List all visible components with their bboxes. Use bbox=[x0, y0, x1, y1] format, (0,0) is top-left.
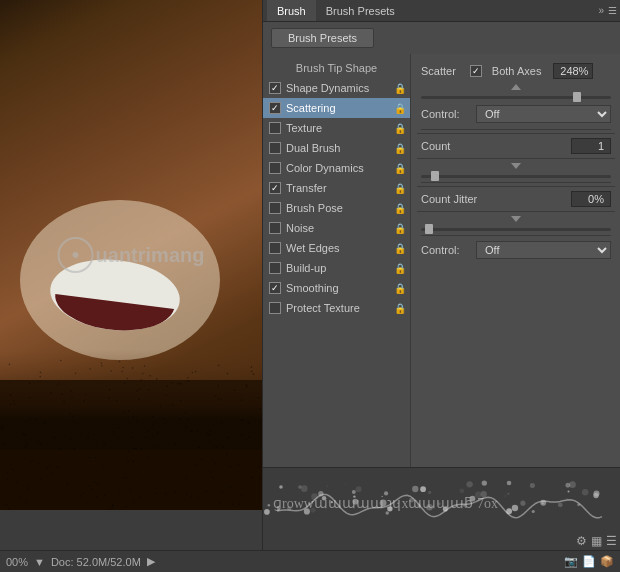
count-input[interactable] bbox=[571, 138, 611, 154]
lock-smoothing: 🔒 bbox=[394, 283, 406, 294]
label-wet-edges: Wet Edges bbox=[286, 242, 340, 254]
tab-expand-icon[interactable]: » bbox=[598, 5, 604, 16]
count-jitter-slider-thumb[interactable] bbox=[425, 224, 433, 234]
bottom-preview bbox=[263, 467, 620, 532]
checkbox-texture[interactable] bbox=[269, 122, 281, 134]
checkbox-brush-pose[interactable] bbox=[269, 202, 281, 214]
status-icon3: 📦 bbox=[600, 555, 614, 568]
label-transfer: Transfer bbox=[286, 182, 327, 194]
scatter-percent-input[interactable] bbox=[553, 63, 593, 79]
play-button[interactable]: ▶ bbox=[147, 555, 155, 568]
scatter-control-select[interactable]: Off bbox=[476, 105, 611, 123]
count-slider-down[interactable] bbox=[511, 163, 521, 169]
lock-noise: 🔒 bbox=[394, 223, 406, 234]
count-slider-thumb[interactable] bbox=[431, 171, 439, 181]
label-brush-pose: Brush Pose bbox=[286, 202, 343, 214]
count-slider-row bbox=[417, 161, 615, 178]
count-label: Count bbox=[421, 140, 571, 152]
status-icon1: 📷 bbox=[564, 555, 578, 568]
brush-list: Brush Tip Shape Shape Dynamics 🔒 Scatter… bbox=[263, 54, 411, 467]
label-protect-texture: Protect Texture bbox=[286, 302, 360, 314]
count-jitter-slider-row bbox=[417, 214, 615, 231]
list-item-scattering[interactable]: Scattering 🔒 bbox=[263, 98, 410, 118]
status-bar: 00% ▼ Doc: 52.0M/52.0M ▶ 📷 📄 📦 bbox=[0, 550, 620, 572]
list-item-texture[interactable]: Texture 🔒 bbox=[263, 118, 410, 138]
lock-wet-edges: 🔒 bbox=[394, 243, 406, 254]
scatter-control-row: Control: Off bbox=[417, 103, 615, 125]
lock-shape-dynamics: 🔒 bbox=[394, 83, 406, 94]
checkbox-dual-brush[interactable] bbox=[269, 142, 281, 154]
status-right: 📷 📄 📦 bbox=[564, 555, 614, 568]
list-item-brush-pose[interactable]: Brush Pose 🔒 bbox=[263, 198, 410, 218]
lock-dual-brush: 🔒 bbox=[394, 143, 406, 154]
checkbox-protect-texture[interactable] bbox=[269, 302, 281, 314]
lock-protect-texture: 🔒 bbox=[394, 303, 406, 314]
checkbox-smoothing[interactable] bbox=[269, 282, 281, 294]
label-shape-dynamics: Shape Dynamics bbox=[286, 82, 369, 94]
brush-presets-button[interactable]: Brush Presets bbox=[271, 28, 374, 48]
status-doc: Doc: 52.0M/52.0M bbox=[51, 556, 141, 568]
zoom-down-icon[interactable]: ▼ bbox=[34, 556, 45, 568]
lock-color-dynamics: 🔒 bbox=[394, 163, 406, 174]
list-item-color-dynamics[interactable]: Color Dynamics 🔒 bbox=[263, 158, 410, 178]
lock-transfer: 🔒 bbox=[394, 183, 406, 194]
checkbox-transfer[interactable] bbox=[269, 182, 281, 194]
checkbox-color-dynamics[interactable] bbox=[269, 162, 281, 174]
label-color-dynamics: Color Dynamics bbox=[286, 162, 364, 174]
checkbox-scattering[interactable] bbox=[269, 102, 281, 114]
tab-brush-presets[interactable]: Brush Presets bbox=[316, 0, 405, 21]
right-panel: Brush Brush Presets » ☰ Brush Presets Br… bbox=[262, 0, 620, 550]
tab-menu-icon[interactable]: ☰ bbox=[608, 5, 617, 16]
list-item-wet-edges[interactable]: Wet Edges 🔒 bbox=[263, 238, 410, 258]
icon-gear[interactable]: ⚙ bbox=[576, 534, 587, 548]
icon-menu[interactable]: ☰ bbox=[606, 534, 617, 548]
checkbox-noise[interactable] bbox=[269, 222, 281, 234]
count-jitter-control-select[interactable]: Off bbox=[476, 241, 611, 259]
brush-controls: Scatter Both Axes Control: bbox=[411, 54, 620, 467]
bottom-icons: ⚙ ▦ ☰ bbox=[263, 532, 620, 550]
label-texture: Texture bbox=[286, 122, 322, 134]
checkbox-buildup[interactable] bbox=[269, 262, 281, 274]
count-slider-track[interactable] bbox=[421, 175, 611, 178]
checkbox-wet-edges[interactable] bbox=[269, 242, 281, 254]
list-item-noise[interactable]: Noise 🔒 bbox=[263, 218, 410, 238]
label-scattering: Scattering bbox=[286, 102, 336, 114]
list-item-transfer[interactable]: Transfer 🔒 bbox=[263, 178, 410, 198]
list-item-protect-texture[interactable]: Protect Texture 🔒 bbox=[263, 298, 410, 318]
scatter-slider-up[interactable] bbox=[511, 84, 521, 90]
count-jitter-input[interactable] bbox=[571, 191, 611, 207]
watermark: uantrimang bbox=[58, 237, 205, 273]
list-item-smoothing[interactable]: Smoothing 🔒 bbox=[263, 278, 410, 298]
status-icon2: 📄 bbox=[582, 555, 596, 568]
label-buildup: Build-up bbox=[286, 262, 326, 274]
divider1 bbox=[421, 129, 611, 130]
watermark-text: uantrimang bbox=[96, 244, 205, 267]
checkbox-shape-dynamics[interactable] bbox=[269, 82, 281, 94]
tab-bar: Brush Brush Presets » ☰ bbox=[263, 0, 620, 22]
list-item-buildup[interactable]: Build-up 🔒 bbox=[263, 258, 410, 278]
scatter-slider-thumb[interactable] bbox=[573, 92, 581, 102]
tab-brush[interactable]: Brush bbox=[267, 0, 316, 21]
count-jitter-slider-down[interactable] bbox=[511, 216, 521, 222]
label-noise: Noise bbox=[286, 222, 314, 234]
watermark-circle bbox=[58, 237, 94, 273]
list-item-dual-brush[interactable]: Dual Brush 🔒 bbox=[263, 138, 410, 158]
label-smoothing: Smoothing bbox=[286, 282, 339, 294]
count-jitter-slider-track[interactable] bbox=[421, 228, 611, 231]
scatter-slider-row bbox=[417, 82, 615, 99]
panel-content: Brush Tip Shape Shape Dynamics 🔒 Scatter… bbox=[263, 54, 620, 467]
label-dual-brush: Dual Brush bbox=[286, 142, 340, 154]
icon-grid[interactable]: ▦ bbox=[591, 534, 602, 548]
section-header: Brush Tip Shape bbox=[263, 58, 410, 78]
scatter-slider-track[interactable] bbox=[421, 96, 611, 99]
lock-brush-pose: 🔒 bbox=[394, 203, 406, 214]
both-axes-label: Both Axes bbox=[492, 65, 542, 77]
count-jitter-control-row: Control: Off bbox=[417, 239, 615, 261]
both-axes-checkbox[interactable] bbox=[470, 65, 482, 77]
lock-scattering: 🔒 bbox=[394, 103, 406, 114]
list-item-shape-dynamics[interactable]: Shape Dynamics 🔒 bbox=[263, 78, 410, 98]
scatter-row: Scatter Both Axes bbox=[417, 60, 615, 82]
zoom-controls: ▼ bbox=[34, 556, 45, 568]
divider2 bbox=[421, 182, 611, 183]
count-jitter-control-label: Control: bbox=[421, 244, 476, 256]
